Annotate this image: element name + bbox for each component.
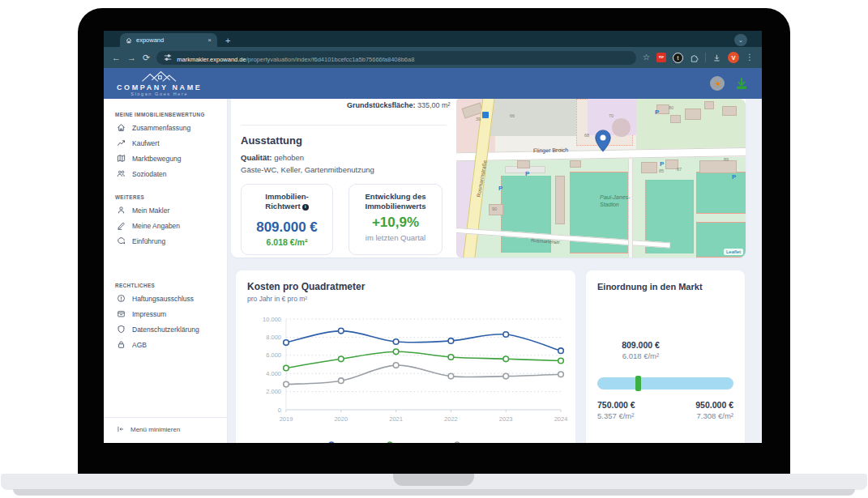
svg-text:8.000: 8.000 [266, 334, 281, 341]
quality-row: Qualität: gehoben [241, 153, 304, 162]
extensions-puzzle-icon[interactable] [690, 53, 699, 62]
map-street-label: Flinger Broich [533, 147, 568, 153]
new-tab-button[interactable]: + [225, 36, 230, 45]
summary-card: Grundstücksfläche: 335,00 m² Ausstattung… [231, 99, 746, 258]
features-title: Ausstattung [241, 134, 302, 147]
sidebar-item-meine-angaben[interactable]: Meine Angaben [104, 218, 227, 233]
sidebar-item-soziodaten[interactable]: Soziodaten [104, 166, 227, 181]
map-house-number: 85 [659, 168, 664, 173]
browser-menu-icon[interactable]: ⋮ [746, 53, 754, 62]
svg-text:2024: 2024 [554, 415, 568, 423]
quality-value: gehoben [274, 153, 304, 162]
line-chart: 02.0004.0006.0008.00010.0002019202020212… [247, 311, 571, 434]
sidebar-item-datenschutz[interactable]: Datenschutzerklärung [104, 321, 227, 337]
profile-avatar[interactable]: V [728, 52, 739, 63]
map-house-number: 66 [510, 113, 515, 118]
browser-toolbar: ← → ⟳ markmakler.expowand.de/propertyval… [104, 47, 762, 68]
extension-icon[interactable]: t [673, 53, 683, 63]
map-house-number: 90 [492, 206, 497, 211]
chart-subtitle: pro Jahr in € pro m² [247, 295, 571, 303]
laptop-mockup: expowand × + ⌄ ← → ⟳ markmakler.expowand… [0, 0, 868, 498]
plot-area-value: 335,00 m² [417, 101, 451, 109]
app-header: COMPANY NAME Slogan Goes Here [104, 68, 762, 99]
sidebar-item-label: Haftungsausschluss [132, 295, 194, 303]
sidebar-item-marktbewegung[interactable]: Marktbewegung [104, 151, 227, 166]
company-slogan: Slogan Goes Here [130, 92, 188, 96]
tab-close-icon[interactable]: × [207, 36, 212, 44]
laptop-base-lip [13, 489, 855, 496]
sun-icon [713, 79, 722, 88]
svg-text:2022: 2022 [444, 415, 458, 423]
map-parking-label: P [732, 173, 736, 181]
market-current-sqm: 6.018 €/m² [586, 351, 695, 360]
sidebar-item-impressum[interactable]: Impressum [104, 306, 227, 321]
sidebar-item-zusammenfassung[interactable]: Zusammenfassung [104, 120, 227, 135]
growth-card: Entwicklung des Immobilienwerts +10,9% i… [348, 184, 443, 255]
benchmark-value-card: Immobilien- Richtwerti 809.000 € 6.018 €… [241, 184, 333, 255]
benchmark-title-line1: Immobilien- [265, 192, 308, 201]
features-list: Gäste-WC, Keller, Gartenmitbenutzung [241, 165, 374, 174]
info-icon[interactable]: i [302, 204, 309, 211]
sidebar-item-label: Marktbewegung [132, 155, 181, 163]
sidebar-item-label: Soziodaten [132, 170, 167, 178]
theme-sun-button[interactable] [710, 76, 725, 91]
market-range-track [597, 377, 733, 389]
map-parking-label: P [498, 185, 502, 192]
map-icon [117, 154, 126, 163]
trend-icon [117, 138, 126, 147]
menu-collapse-button[interactable]: Menü minimieren [104, 417, 227, 443]
browser-tabstrip: expowand × + ⌄ [104, 31, 762, 47]
parking-sign-icon [482, 112, 489, 118]
sidebar: MEINE IMMOBILIENBEWERTUNG Zusammenfassun… [104, 99, 228, 443]
svg-text:10.000: 10.000 [263, 316, 281, 323]
legend-item: Maximum [323, 441, 371, 443]
reload-icon[interactable]: ⟳ [143, 53, 150, 62]
market-marker [635, 376, 641, 391]
divider [241, 125, 447, 126]
map-pin-icon [594, 130, 612, 152]
sidebar-item-mein-makler[interactable]: Mein Makler [104, 202, 227, 218]
sidebar-item-haftungsausschluss[interactable]: Haftungsausschluss [104, 291, 227, 306]
sidebar-item-kaufwert[interactable]: Kaufwert [104, 135, 227, 151]
browser-tab[interactable]: expowand × [120, 33, 217, 47]
back-icon[interactable]: ← [112, 53, 121, 62]
svg-text:2019: 2019 [280, 415, 293, 423]
svg-text:2.000: 2.000 [266, 388, 281, 395]
forward-icon[interactable]: → [127, 53, 136, 62]
browser-window: expowand × + ⌄ ← → ⟳ markmakler.expowand… [104, 31, 762, 443]
sidebar-item-label: Impressum [132, 310, 166, 318]
main-area: Grundstücksfläche: 335,00 m² Ausstattung… [228, 99, 762, 443]
legend-item: Durchschnitt [382, 441, 437, 443]
collapse-icon [117, 425, 125, 433]
person-icon [117, 206, 126, 215]
svg-text:4.000: 4.000 [266, 370, 281, 377]
company-logo: COMPANY NAME Slogan Goes Here [117, 70, 202, 96]
svg-text:2023: 2023 [499, 415, 513, 423]
pen-icon [117, 221, 126, 230]
market-current-value: 809.000 € 6.018 €/m² [586, 340, 695, 360]
bookmark-star-icon[interactable]: ☆ [643, 53, 650, 62]
sidebar-item-einfuehrung[interactable]: Einführung [104, 233, 227, 249]
legend-item: Minimum [449, 441, 494, 443]
sidebar-item-label: Datenschutzerklärung [132, 326, 199, 334]
url-bar[interactable]: markmakler.expowand.de/propertyvaluation… [156, 51, 636, 65]
downloads-icon[interactable] [712, 53, 721, 62]
map-parking-label: P [525, 170, 529, 177]
sidebar-heading-weiteres: WEITERES [115, 194, 227, 200]
market-max-sqm: 7.308 €/m² [695, 411, 733, 420]
tab-title: expowand [136, 36, 203, 44]
sidebar-item-label: Kaufwert [132, 139, 160, 147]
map-parking-label: P [660, 160, 664, 168]
map[interactable]: Flinger Broich Rosmarinstraße Rosmariens… [456, 99, 746, 258]
sidebar-item-agb[interactable]: AGB [104, 337, 227, 352]
map-attribution[interactable]: Leaflet [724, 249, 743, 255]
market-min-price: 750.000 € [597, 400, 635, 410]
company-name: COMPANY NAME [117, 83, 202, 92]
download-report-button[interactable] [734, 76, 749, 91]
sidebar-item-label: Einführung [132, 237, 165, 245]
pdf-extension-icon[interactable]: PDF [656, 53, 666, 62]
market-max-price: 950.000 € [695, 400, 733, 410]
map-house-number: 89 [724, 157, 729, 162]
url-path: /propertyvaluation/index/f6d4101bcefcc1a… [246, 56, 415, 63]
window-chevron-icon[interactable]: ⌄ [734, 34, 747, 46]
